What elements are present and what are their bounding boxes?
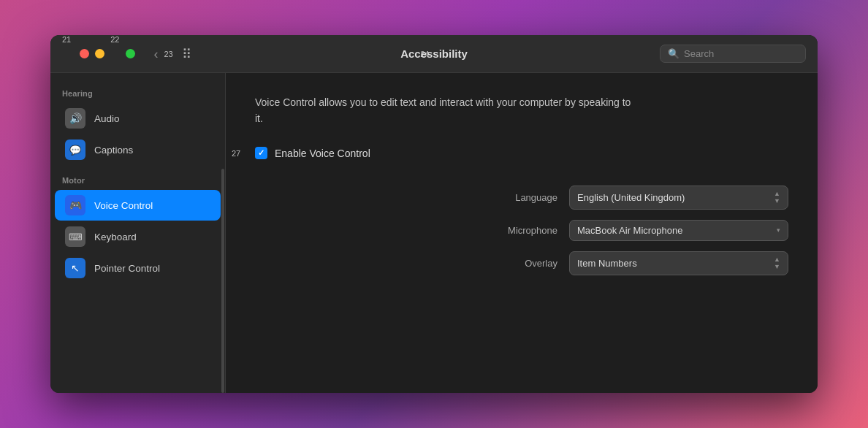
search-input[interactable]: [684, 48, 798, 59]
form-section: 30 Language English (United Kingdom) ▲ ▼…: [255, 186, 788, 275]
chevron-up-icon: ▲: [774, 256, 780, 263]
search-icon: 🔍: [668, 48, 679, 59]
sidebar: 25 Hearing 26 🔊 Audio 28 💬 Captions: [50, 73, 226, 393]
language-dropdown-arrow: ▲ ▼: [774, 191, 780, 205]
badge-23: 23: [164, 50, 173, 58]
badge-21: 21: [62, 35, 71, 44]
window-title: Accessibility: [400, 47, 468, 60]
voice-control-icon: 🎮: [65, 195, 85, 215]
minimize-button[interactable]: [95, 49, 104, 58]
enable-voice-control-checkbox[interactable]: ✓: [255, 147, 267, 159]
overlay-value: Item Numbers: [577, 258, 637, 269]
overlay-row: 34 Overlay Item Numbers ▲ ▼: [255, 251, 788, 275]
main-window: 20 21 22 ‹ 23 ⠿ Accessibility 24 🔍: [50, 35, 818, 393]
scrollbar-track[interactable]: [221, 169, 224, 393]
sidebar-section-hearing: Hearing: [50, 79, 225, 102]
nav-buttons: ‹: [150, 46, 163, 62]
enable-voice-control-row: 27 ✓ Enable Voice Control: [255, 147, 788, 159]
language-dropdown[interactable]: English (United Kingdom) ▲ ▼: [569, 186, 788, 210]
sidebar-item-voice-control[interactable]: 🎮 Voice Control: [55, 190, 221, 221]
sidebar-item-keyboard[interactable]: ⌨ Keyboard: [55, 221, 221, 252]
detail-pane: Voice Control allows you to edit text an…: [226, 73, 818, 393]
sidebar-section-motor: Motor: [50, 166, 225, 189]
sidebar-label-voice-control: Voice Control: [94, 200, 153, 211]
badge-22: 22: [110, 35, 119, 44]
detail-description: Voice Control allows you to edit text an…: [255, 95, 635, 126]
chevron-down-icon: ▼: [774, 264, 780, 270]
chevron-down-icon: ▾: [777, 227, 780, 234]
sidebar-item-audio[interactable]: 🔊 Audio: [55, 103, 221, 134]
chevron-up-icon: ▲: [774, 191, 780, 197]
maximize-button[interactable]: [126, 49, 135, 58]
language-row: 30 Language English (United Kingdom) ▲ ▼: [255, 186, 788, 210]
keyboard-icon: ⌨: [65, 226, 85, 247]
microphone-row: 32 Microphone MacBook Air Microphone ▾: [255, 220, 788, 241]
language-label: Language: [484, 192, 557, 203]
traffic-lights: 21 22: [62, 49, 135, 58]
pointer-control-icon: ↖: [65, 258, 85, 278]
sidebar-label-captions: Captions: [94, 145, 133, 156]
language-value: English (United Kingdom): [577, 192, 685, 203]
close-button[interactable]: [80, 49, 89, 58]
audio-icon: 🔊: [65, 108, 85, 129]
titlebar: 20 21 22 ‹ 23 ⠿ Accessibility 24 🔍: [50, 35, 818, 73]
overlay-dropdown[interactable]: Item Numbers ▲ ▼: [569, 251, 788, 275]
microphone-dropdown-arrow: ▾: [777, 227, 780, 234]
enable-voice-control-label: Enable Voice Control: [275, 148, 370, 159]
overlay-dropdown-arrow: ▲ ▼: [774, 256, 780, 270]
sidebar-item-captions[interactable]: 💬 Captions: [55, 134, 221, 165]
back-button[interactable]: ‹: [150, 46, 163, 62]
main-content: 25 Hearing 26 🔊 Audio 28 💬 Captions: [50, 73, 818, 393]
microphone-dropdown[interactable]: MacBook Air Microphone ▾: [569, 220, 788, 241]
checkmark-icon: ✓: [258, 149, 264, 157]
grid-button[interactable]: ⠿: [178, 45, 196, 64]
sidebar-label-audio: Audio: [94, 113, 120, 124]
sidebar-label-keyboard: Keyboard: [94, 232, 137, 242]
search-box[interactable]: 🔍: [660, 45, 806, 63]
overlay-label: Overlay: [484, 258, 557, 269]
captions-icon: 💬: [65, 140, 85, 160]
sidebar-label-pointer-control: Pointer Control: [94, 263, 160, 274]
microphone-value: MacBook Air Microphone: [577, 225, 683, 236]
badge-27: 27: [232, 149, 240, 158]
chevron-down-icon: ▼: [774, 198, 780, 205]
microphone-label: Microphone: [484, 225, 557, 236]
sidebar-item-pointer-control[interactable]: ↖ Pointer Control: [55, 253, 221, 283]
